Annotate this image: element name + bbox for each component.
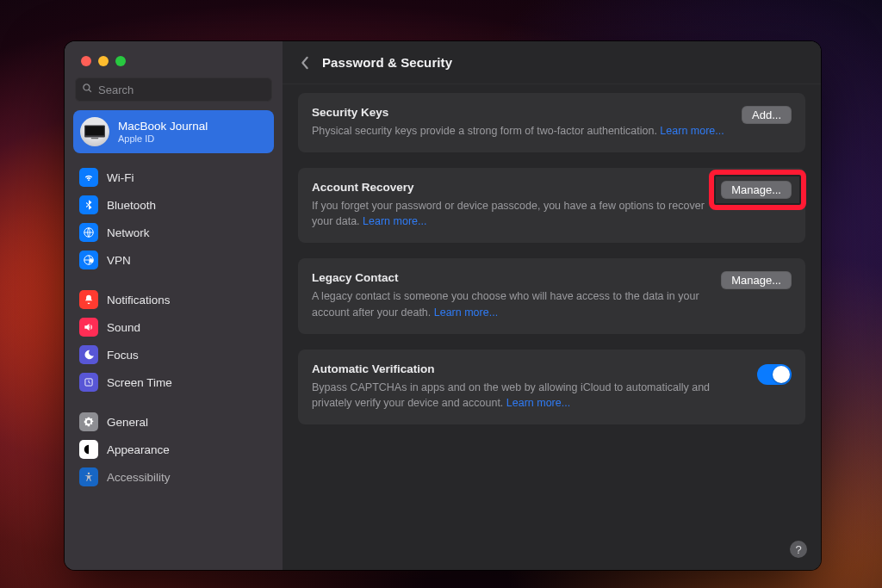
sidebar-item-wifi[interactable]: Wi-Fi xyxy=(73,164,274,191)
settings-window: MacBook Journal Apple ID Wi-Fi Bluetooth… xyxy=(65,41,821,570)
sidebar-item-label: Bluetooth xyxy=(107,199,156,212)
card-security-keys: Security Keys Physical security keys pro… xyxy=(298,93,805,152)
sidebar-item-vpn[interactable]: VPN xyxy=(73,246,274,274)
accessibility-icon xyxy=(79,467,98,486)
sidebar-item-accessibility[interactable]: Accessibility xyxy=(73,463,274,491)
titlebar: Password & Security xyxy=(283,41,821,84)
sidebar-item-label: Network xyxy=(107,226,150,239)
sidebar-item-label: VPN xyxy=(107,254,131,267)
sound-icon xyxy=(79,318,98,337)
svg-line-1 xyxy=(89,90,91,92)
card-description: Bypass CAPTCHAs in apps and on the web b… xyxy=(312,380,745,411)
sidebar-item-screen-time[interactable]: Screen Time xyxy=(73,368,274,396)
search-icon xyxy=(82,82,93,97)
sidebar-item-bluetooth[interactable]: Bluetooth xyxy=(73,191,274,219)
learn-more-link[interactable]: Learn more... xyxy=(506,397,570,409)
sidebar-item-apple-id[interactable]: MacBook Journal Apple ID xyxy=(73,110,274,153)
card-title: Legacy Contact xyxy=(312,271,709,284)
svg-rect-8 xyxy=(90,258,92,260)
add-security-key-button[interactable]: Add... xyxy=(742,106,792,124)
fullscreen-window-button[interactable] xyxy=(115,56,126,66)
automatic-verification-toggle[interactable] xyxy=(757,364,792,385)
network-icon xyxy=(79,223,98,242)
focus-icon xyxy=(79,345,98,364)
sidebar-group-general: General Appearance Accessibility xyxy=(73,408,274,491)
sidebar-item-sound[interactable]: Sound xyxy=(73,313,274,341)
svg-point-0 xyxy=(84,84,90,90)
sidebar-group-focus: Notifications Sound Focus Screen Time xyxy=(73,286,274,396)
sidebar-item-appearance[interactable]: Appearance xyxy=(73,436,274,463)
sidebar-item-general[interactable]: General xyxy=(73,408,274,436)
sidebar: MacBook Journal Apple ID Wi-Fi Bluetooth… xyxy=(65,41,283,570)
card-title: Account Recovery xyxy=(312,181,709,194)
manage-legacy-contact-button[interactable]: Manage... xyxy=(721,271,792,289)
page-title: Password & Security xyxy=(322,55,452,70)
sidebar-item-label: Notifications xyxy=(107,294,171,306)
minimize-window-button[interactable] xyxy=(98,56,109,66)
sidebar-group-network: Wi-Fi Bluetooth Network VPN xyxy=(73,164,274,274)
sidebar-item-label: Appearance xyxy=(107,443,170,456)
card-description: A legacy contact is someone you choose w… xyxy=(312,288,709,319)
card-description: If you forget your password or device pa… xyxy=(312,198,709,229)
bluetooth-icon xyxy=(79,195,98,214)
search-field[interactable] xyxy=(75,77,272,102)
sidebar-item-label: Screen Time xyxy=(107,376,172,389)
help-button[interactable]: ? xyxy=(790,541,807,558)
account-name: MacBook Journal xyxy=(118,120,208,133)
svg-rect-4 xyxy=(91,138,99,139)
card-title: Security Keys xyxy=(312,106,730,119)
notifications-icon xyxy=(79,290,98,309)
close-window-button[interactable] xyxy=(81,56,91,66)
sidebar-item-label: Wi-Fi xyxy=(107,171,134,184)
sidebar-item-label: Focus xyxy=(107,349,139,362)
card-automatic-verification: Automatic Verification Bypass CAPTCHAs i… xyxy=(298,350,805,424)
vpn-icon xyxy=(79,251,98,269)
sidebar-item-focus[interactable]: Focus xyxy=(73,341,274,368)
screen-time-icon xyxy=(79,373,98,392)
sidebar-item-network[interactable]: Network xyxy=(73,219,274,246)
appearance-icon xyxy=(79,440,98,459)
wifi-icon xyxy=(79,168,98,187)
search-container xyxy=(65,66,283,110)
sidebar-item-label: Sound xyxy=(107,321,140,334)
scroll-area[interactable]: Security Keys Physical security keys pro… xyxy=(283,84,821,570)
card-legacy-contact: Legacy Contact A legacy contact is someo… xyxy=(298,258,805,333)
search-input[interactable] xyxy=(98,84,265,96)
gear-icon xyxy=(79,412,98,431)
card-account-recovery: Account Recovery If you forget your pass… xyxy=(298,168,805,243)
back-button[interactable] xyxy=(300,56,310,70)
content-pane: Password & Security Security Keys Physic… xyxy=(283,41,821,570)
sidebar-item-label: Accessibility xyxy=(107,471,171,484)
account-subtitle: Apple ID xyxy=(118,133,208,144)
manage-account-recovery-button[interactable]: Manage... xyxy=(721,181,792,199)
svg-rect-3 xyxy=(85,127,104,136)
avatar xyxy=(80,117,109,146)
learn-more-link[interactable]: Learn more... xyxy=(660,125,724,137)
svg-point-10 xyxy=(88,473,90,474)
account-text: MacBook Journal Apple ID xyxy=(118,120,208,144)
sidebar-item-label: General xyxy=(107,416,148,429)
window-controls xyxy=(65,41,283,66)
card-description: Physical security keys provide a strong … xyxy=(312,123,730,139)
learn-more-link[interactable]: Learn more... xyxy=(434,306,498,319)
sidebar-item-notifications[interactable]: Notifications xyxy=(73,286,274,313)
sidebar-list: MacBook Journal Apple ID Wi-Fi Bluetooth… xyxy=(65,110,283,503)
card-title: Automatic Verification xyxy=(312,362,745,375)
learn-more-link[interactable]: Learn more... xyxy=(363,215,426,227)
